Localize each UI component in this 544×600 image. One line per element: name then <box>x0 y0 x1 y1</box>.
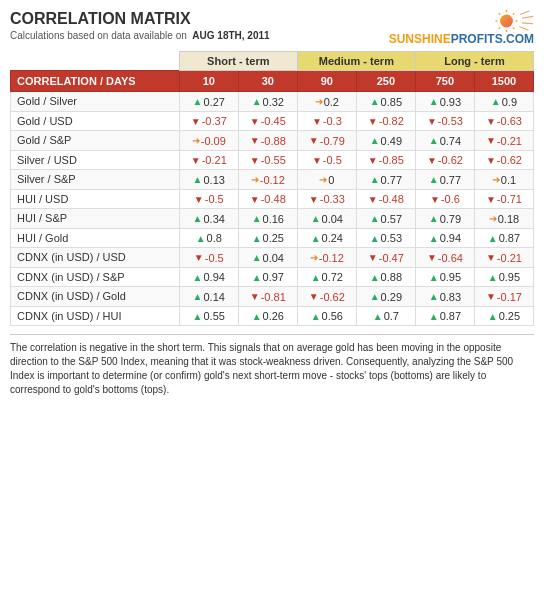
numeric-value: 0.49 <box>381 135 402 147</box>
cell-value: ▼-0.17 <box>474 287 533 307</box>
numeric-value: 0.7 <box>384 310 399 322</box>
col-30: 30 <box>238 71 297 92</box>
table-row: CDNX (in USD) / S&P▲0.94▲0.97▲0.72▲0.88▲… <box>11 267 534 287</box>
direction-arrow: ▲ <box>193 96 203 107</box>
numeric-value: -0.63 <box>497 115 522 127</box>
title-block: CORRELATION MATRIX Calculations based on… <box>10 10 270 41</box>
col-1500: 1500 <box>474 71 533 92</box>
direction-arrow: ➔ <box>315 96 323 107</box>
numeric-value: 0.04 <box>263 252 284 264</box>
cell-value: ▲0.29 <box>356 287 415 307</box>
cell-value: ▲0.56 <box>297 306 356 326</box>
direction-arrow: ▲ <box>429 135 439 146</box>
numeric-value: -0.12 <box>260 174 285 186</box>
group-empty <box>11 52 180 71</box>
numeric-value: -0.62 <box>320 291 345 303</box>
header: CORRELATION MATRIX Calculations based on… <box>10 10 534 45</box>
cell-value: ▲0.34 <box>179 209 238 229</box>
table-row: Silver / USD▼-0.21▼-0.55▼-0.5▼-0.85▼-0.6… <box>11 150 534 170</box>
numeric-value: -0.88 <box>261 135 286 147</box>
numeric-value: -0.48 <box>261 193 286 205</box>
numeric-value: -0.62 <box>497 154 522 166</box>
direction-arrow: ➔ <box>492 174 500 185</box>
col-750: 750 <box>415 71 474 92</box>
direction-arrow: ▲ <box>491 96 501 107</box>
group-short: Short - term <box>179 52 297 71</box>
direction-arrow: ▼ <box>486 116 496 127</box>
cell-value: ▲0.16 <box>238 209 297 229</box>
cell-value: ▲0.13 <box>179 170 238 190</box>
direction-arrow: ▼ <box>368 155 378 166</box>
numeric-value: 0.1 <box>501 174 516 186</box>
direction-arrow: ▼ <box>250 116 260 127</box>
direction-arrow: ▼ <box>191 116 201 127</box>
cell-value: ▼-0.62 <box>474 150 533 170</box>
direction-arrow: ▼ <box>368 194 378 205</box>
group-medium: Medium - term <box>297 52 415 71</box>
direction-arrow: ▲ <box>488 272 498 283</box>
cell-value: ▲0.94 <box>415 228 474 248</box>
direction-arrow: ▼ <box>368 116 378 127</box>
direction-arrow: ▼ <box>430 194 440 205</box>
cell-value: ▲0.32 <box>238 92 297 112</box>
cell-value: ▲0.53 <box>356 228 415 248</box>
numeric-value: 0.83 <box>440 291 461 303</box>
svg-line-10 <box>522 16 533 18</box>
direction-arrow: ▲ <box>370 272 380 283</box>
cell-value: ▲0.87 <box>474 228 533 248</box>
cell-value: ▲0.74 <box>415 131 474 151</box>
numeric-value: 0.79 <box>440 213 461 225</box>
numeric-value: 0.14 <box>204 291 225 303</box>
numeric-value: -0.21 <box>202 154 227 166</box>
direction-arrow: ➔ <box>192 135 200 146</box>
direction-arrow: ▲ <box>370 233 380 244</box>
subtitle: Calculations based on data available on … <box>10 30 270 41</box>
direction-arrow: ▲ <box>370 135 380 146</box>
svg-line-7 <box>499 27 500 28</box>
direction-arrow: ▲ <box>193 174 203 185</box>
numeric-value: -0.21 <box>497 135 522 147</box>
cell-value: ▲0.9 <box>474 92 533 112</box>
cell-value: ▼-0.6 <box>415 189 474 209</box>
direction-arrow: ▼ <box>309 194 319 205</box>
numeric-value: 0.87 <box>440 310 461 322</box>
cell-value: ▲0.7 <box>356 306 415 326</box>
cell-value: ➔0.1 <box>474 170 533 190</box>
direction-arrow: ▲ <box>196 233 206 244</box>
cell-value: ➔0 <box>297 170 356 190</box>
logo: SUNSHINEPROFITS.COM <box>389 10 534 45</box>
cell-value: ▲0.95 <box>415 267 474 287</box>
numeric-value: 0.72 <box>322 271 343 283</box>
direction-arrow: ▲ <box>193 311 203 322</box>
direction-arrow: ▼ <box>309 291 319 302</box>
cell-value: ▲0.26 <box>238 306 297 326</box>
cell-value: ▲0.83 <box>415 287 474 307</box>
cell-value: ▼-0.62 <box>415 150 474 170</box>
direction-arrow: ▲ <box>252 272 262 283</box>
numeric-value: -0.6 <box>441 193 460 205</box>
numeric-value: -0.17 <box>497 291 522 303</box>
col-250: 250 <box>356 71 415 92</box>
numeric-value: -0.62 <box>438 154 463 166</box>
svg-line-11 <box>522 23 533 24</box>
numeric-value: 0.55 <box>204 310 225 322</box>
direction-arrow: ➔ <box>310 252 318 263</box>
numeric-value: 0.32 <box>263 96 284 108</box>
table-row: CDNX (in USD) / USD▼-0.5▲0.04➔-0.12▼-0.4… <box>11 248 534 268</box>
row-label: HUI / Gold <box>11 228 180 248</box>
main-title: CORRELATION MATRIX <box>10 10 270 28</box>
direction-arrow: ➔ <box>251 174 259 185</box>
direction-arrow: ▲ <box>373 311 383 322</box>
cell-value: ▲0.8 <box>179 228 238 248</box>
col-label: CORRELATION / DAYS <box>11 71 180 92</box>
numeric-value: 0.25 <box>263 232 284 244</box>
direction-arrow: ▼ <box>194 194 204 205</box>
cell-value: ▲0.27 <box>179 92 238 112</box>
numeric-value: -0.48 <box>379 193 404 205</box>
cell-value: ▼-0.47 <box>356 248 415 268</box>
numeric-value: 0.77 <box>440 174 461 186</box>
numeric-value: 0.29 <box>381 291 402 303</box>
direction-arrow: ▲ <box>429 233 439 244</box>
cell-value: ▼-0.81 <box>238 287 297 307</box>
numeric-value: -0.45 <box>261 115 286 127</box>
